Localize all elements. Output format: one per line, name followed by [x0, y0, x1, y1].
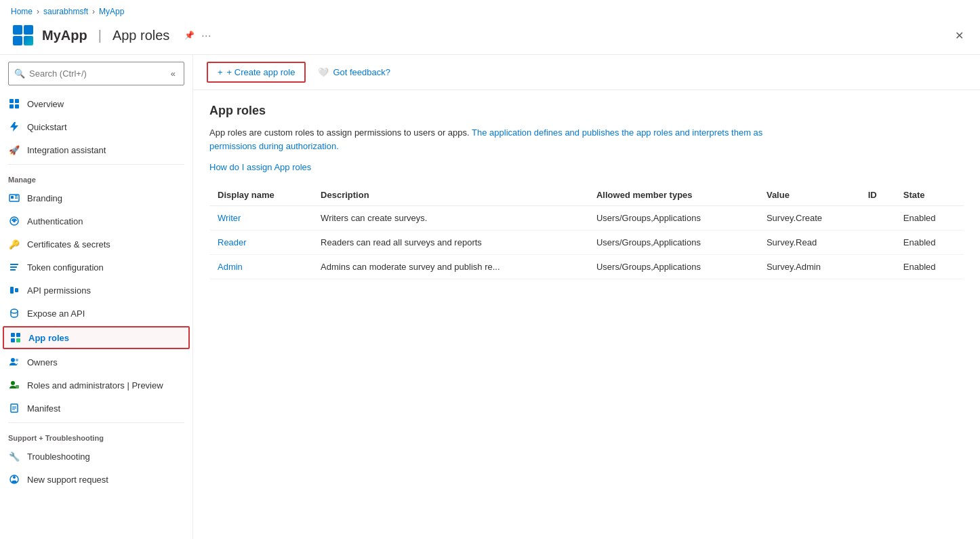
cell-state: Enabled	[895, 206, 964, 231]
troubleshooting-icon: 🔧	[8, 450, 20, 462]
svg-rect-5	[11, 196, 14, 199]
app-roles-icon	[9, 332, 22, 344]
svg-rect-1	[15, 99, 19, 103]
sidebar-item-api-permissions[interactable]: API permissions	[0, 279, 192, 302]
search-box[interactable]: 🔍 «	[8, 62, 184, 85]
app-name: MyApp	[42, 28, 87, 43]
sidebar-item-new-support[interactable]: New support request	[0, 468, 192, 491]
sidebar-item-manifest-label: Manifest	[27, 403, 60, 414]
page-header: MyApp | App roles 📌 ··· ✕	[0, 20, 980, 55]
sidebar-item-integration[interactable]: 🚀 Integration assistant	[0, 138, 192, 161]
pin-icon[interactable]: 📌	[184, 31, 195, 40]
cell-description: Admins can moderate survey and publish r…	[312, 255, 588, 279]
integration-icon: 🚀	[8, 144, 20, 156]
cell-id	[860, 255, 895, 279]
sidebar-item-token-label: Token configuration	[27, 262, 104, 273]
sidebar-item-overview[interactable]: Overview	[0, 92, 192, 115]
sidebar-item-app-roles-label: App roles	[28, 333, 69, 343]
branding-icon	[8, 192, 20, 204]
cell-description: Readers can read all surveys and reports	[312, 231, 588, 255]
breadcrumb-home[interactable]: Home	[11, 7, 33, 16]
manage-section-label: Manage	[0, 167, 192, 186]
close-button[interactable]: ✕	[950, 26, 969, 45]
svg-rect-3	[15, 104, 19, 108]
owners-icon	[8, 356, 20, 368]
sidebar-item-expose-api[interactable]: Expose an API	[0, 302, 192, 325]
sidebar-item-branding-label: Branding	[27, 193, 62, 203]
sidebar: 🔍 « Overview Quickstart 🚀 Integration as…	[0, 55, 193, 539]
sidebar-item-roles-admin[interactable]: Roles and administrators | Preview	[0, 374, 192, 397]
content-title: App roles	[209, 104, 964, 118]
certificates-icon: 🔑	[8, 238, 20, 250]
col-allowed: Allowed member types	[588, 184, 758, 206]
svg-point-20	[11, 358, 15, 362]
support-section-label: Support + Troubleshooting	[0, 426, 192, 445]
svg-rect-23	[16, 385, 19, 388]
sidebar-item-quickstart-label: Quickstart	[27, 122, 67, 132]
search-input[interactable]	[29, 68, 164, 79]
cell-display-name[interactable]: Reader	[209, 231, 312, 255]
sidebar-item-troubleshooting-label: Troubleshooting	[27, 452, 90, 462]
sidebar-item-quickstart[interactable]: Quickstart	[0, 115, 192, 138]
cell-allowed: Users/Groups,Applications	[588, 206, 758, 231]
col-description: Description	[312, 184, 588, 206]
create-app-role-button[interactable]: + + Create app role	[208, 63, 304, 81]
sidebar-item-new-support-label: New support request	[27, 475, 108, 485]
cell-display-name[interactable]: Writer	[209, 206, 312, 231]
breadcrumb: Home › saurabhmsft › MyApp	[0, 0, 980, 20]
sidebar-item-certificates-label: Certificates & secrets	[27, 239, 110, 249]
cell-value: Survey.Admin	[758, 255, 860, 279]
table-row: Reader Readers can read all surveys and …	[209, 231, 964, 255]
cell-allowed: Users/Groups,Applications	[588, 255, 758, 279]
assign-app-roles-link[interactable]: How do I assign App roles	[209, 162, 311, 172]
sidebar-item-troubleshooting[interactable]: 🔧 Troubleshooting	[0, 445, 192, 468]
breadcrumb-app[interactable]: MyApp	[99, 7, 124, 16]
roles-admin-icon	[8, 379, 20, 391]
sidebar-item-authentication-label: Authentication	[27, 216, 83, 226]
svg-point-29	[13, 476, 16, 479]
cell-id	[860, 231, 895, 255]
sidebar-item-token-config[interactable]: Token configuration	[0, 256, 192, 279]
collapse-icon[interactable]: «	[168, 66, 178, 81]
svg-point-9	[13, 220, 16, 222]
svg-rect-17	[16, 333, 20, 337]
cell-value: Survey.Create	[758, 206, 860, 231]
svg-rect-13	[10, 287, 14, 294]
cell-state: Enabled	[895, 255, 964, 279]
content-area: + + Create app role 🤍 Got feedback? App …	[193, 55, 980, 539]
breadcrumb-user[interactable]: saurabhmsft	[43, 7, 88, 16]
sidebar-item-certificates[interactable]: 🔑 Certificates & secrets	[0, 233, 192, 256]
sidebar-item-owners-label: Owners	[27, 357, 58, 367]
svg-rect-2	[9, 104, 14, 108]
feedback-label: Got feedback?	[333, 67, 390, 77]
toolbar: + + Create app role 🤍 Got feedback?	[193, 55, 980, 90]
cell-display-name[interactable]: Admin	[209, 255, 312, 279]
feedback-button[interactable]: 🤍 Got feedback?	[308, 63, 400, 81]
new-support-icon	[8, 473, 20, 485]
svg-rect-18	[11, 338, 15, 342]
table-row: Writer Writers can create surveys. Users…	[209, 206, 964, 231]
cell-allowed: Users/Groups,Applications	[588, 231, 758, 255]
heart-icon: 🤍	[318, 67, 329, 77]
sidebar-item-authentication[interactable]: Authentication	[0, 209, 192, 233]
col-value: Value	[758, 184, 860, 206]
sidebar-item-app-roles[interactable]: App roles	[4, 327, 188, 348]
sidebar-item-owners[interactable]: Owners	[0, 351, 192, 374]
content-body: App roles App roles are custom roles to …	[193, 90, 980, 293]
content-description: App roles are custom roles to assign per…	[209, 126, 785, 153]
manifest-icon	[8, 402, 20, 414]
cell-description: Writers can create surveys.	[312, 206, 588, 231]
svg-point-15	[11, 309, 18, 313]
more-icon[interactable]: ···	[201, 30, 211, 41]
svg-point-21	[16, 359, 18, 361]
cell-value: Survey.Read	[758, 231, 860, 255]
app-roles-table: Display name Description Allowed member …	[209, 184, 964, 279]
svg-rect-19	[16, 338, 20, 342]
sidebar-item-manifest[interactable]: Manifest	[0, 397, 192, 420]
svg-rect-0	[9, 99, 14, 103]
overview-icon	[8, 98, 20, 110]
svg-rect-14	[15, 288, 18, 292]
sidebar-item-branding[interactable]: Branding	[0, 186, 192, 209]
svg-rect-16	[11, 333, 15, 337]
sidebar-item-overview-label: Overview	[27, 99, 64, 109]
